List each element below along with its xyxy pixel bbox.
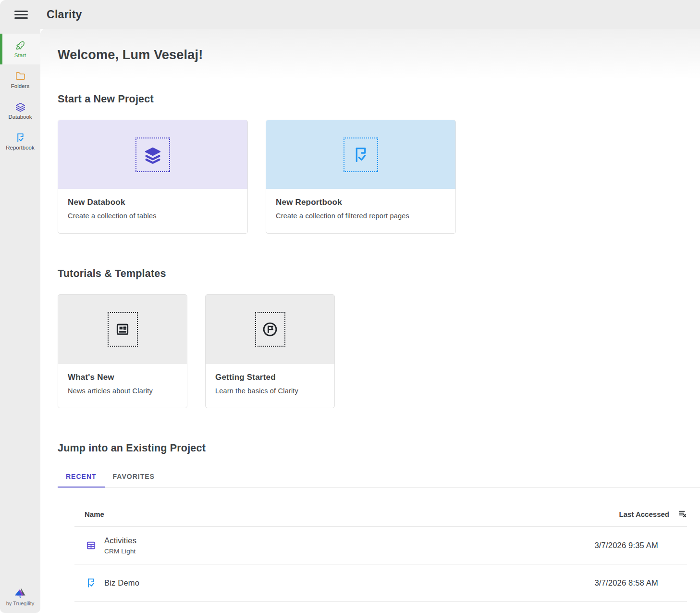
table-row-biz-demo[interactable]: Biz Demo 3/7/2026 8:58 AM — [74, 564, 687, 602]
flag-chart-icon — [352, 146, 370, 164]
new-databook-card[interactable]: New Databook Create a collection of tabl… — [58, 120, 248, 234]
clear-filter-icon[interactable] — [677, 509, 687, 519]
card-body: New Databook Create a collection of tabl… — [58, 189, 247, 228]
row-name: Activities — [104, 536, 136, 545]
sidebar-footer: by Truegility — [0, 587, 40, 606]
card-body: Getting Started Learn the basics of Clar… — [206, 364, 334, 403]
row-subtitle: CRM Light — [104, 548, 136, 555]
tab-recent[interactable]: RECENT — [58, 467, 105, 488]
table-row-activities[interactable]: Activities CRM Light 3/7/2026 9:35 AM — [74, 527, 687, 564]
section-new-project: Start a New Project N — [58, 93, 700, 234]
column-header-name: Name — [85, 510, 104, 518]
sidebar-footer-label: by Truegility — [6, 600, 35, 606]
dotted-frame — [344, 138, 378, 172]
app-title: Clarity — [47, 8, 82, 21]
card-subtitle: Create a collection of filtered report p… — [276, 212, 446, 220]
sidebar-item-databook[interactable]: Databook — [0, 95, 40, 126]
sidebar-item-reportbook[interactable]: Reportbook — [0, 126, 40, 157]
card-subtitle: Create a collection of tables — [68, 212, 238, 220]
folder-icon — [15, 71, 26, 82]
table-header: Name Last Accessed — [74, 502, 687, 527]
dotted-frame — [108, 312, 138, 347]
sidebar: Start Folders Databook Reportboo — [0, 29, 40, 613]
card-title: What's New — [68, 373, 177, 382]
card-title: Getting Started — [215, 373, 325, 382]
card-title: New Databook — [68, 198, 238, 207]
tab-favorites[interactable]: FAVORITES — [105, 467, 163, 488]
sidebar-item-label: Databook — [8, 114, 32, 120]
rocket-icon — [15, 40, 26, 51]
card-hero — [266, 120, 455, 189]
sidebar-item-folders[interactable]: Folders — [0, 64, 40, 95]
sidebar-item-label: Folders — [11, 83, 29, 89]
newspaper-icon — [114, 321, 131, 338]
section-title: Tutorials & Templates — [58, 268, 700, 280]
section-title: Start a New Project — [58, 93, 700, 105]
row-last-accessed: 3/7/2026 9:35 AM — [594, 541, 658, 550]
flag-circle-icon — [261, 321, 279, 338]
truegility-logo — [13, 587, 27, 599]
card-subtitle: Learn the basics of Clarity — [215, 387, 325, 395]
flag-chart-icon — [86, 577, 97, 588]
card-subtitle: News articles about Clarity — [68, 387, 177, 395]
section-existing-project: Jump into an Existing Project RECENT FAV… — [58, 442, 700, 613]
column-header-last-accessed: Last Accessed — [619, 510, 669, 518]
menu-icon[interactable] — [14, 11, 28, 19]
card-hero — [58, 120, 247, 189]
card-hero — [58, 295, 187, 364]
section-title: Jump into an Existing Project — [58, 442, 700, 454]
card-hero — [206, 295, 334, 364]
flag-chart-icon — [15, 132, 26, 143]
dotted-frame — [135, 138, 170, 172]
row-last-accessed: 3/7/2026 8:58 AM — [594, 578, 658, 588]
table-icon — [86, 540, 97, 551]
card-body: What's New News articles about Clarity — [58, 364, 187, 403]
row-name: Biz Demo — [104, 578, 139, 588]
main-content: Welcome, Lum Veselaj! Start a New Projec… — [40, 29, 700, 613]
topbar: Clarity — [0, 0, 700, 29]
table-row-stages[interactable]: Stages 3/7/2026 — [74, 602, 687, 613]
welcome-heading: Welcome, Lum Veselaj! — [58, 48, 700, 63]
getting-started-card[interactable]: Getting Started Learn the basics of Clar… — [205, 294, 335, 408]
layers-icon — [15, 101, 26, 113]
new-reportbook-card[interactable]: New Reportbook Create a collection of fi… — [266, 120, 456, 234]
whats-new-card[interactable]: What's New News articles about Clarity — [58, 294, 187, 408]
dotted-frame — [255, 312, 285, 347]
recent-projects-table: Name Last Accessed — [74, 502, 687, 613]
sidebar-item-start[interactable]: Start — [0, 34, 40, 64]
card-title: New Reportbook — [276, 198, 446, 207]
sidebar-item-label: Start — [14, 52, 26, 58]
card-body: New Reportbook Create a collection of fi… — [266, 189, 455, 228]
layers-icon — [143, 145, 162, 164]
project-tabs: RECENT FAVORITES — [58, 467, 700, 488]
sidebar-item-label: Reportbook — [6, 145, 34, 150]
section-tutorials: Tutorials & Templates — [58, 268, 700, 408]
